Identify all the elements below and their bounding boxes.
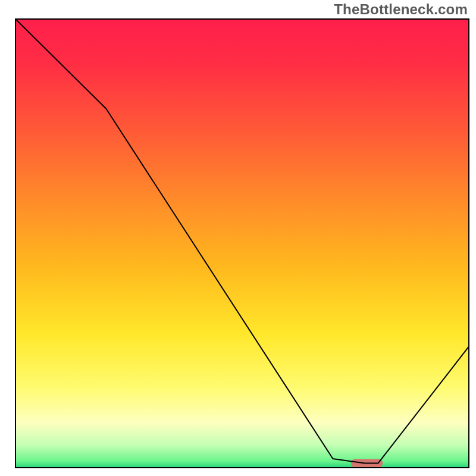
chart-container: TheBottleneck.com	[0, 0, 476, 476]
bottleneck-chart	[0, 0, 476, 476]
